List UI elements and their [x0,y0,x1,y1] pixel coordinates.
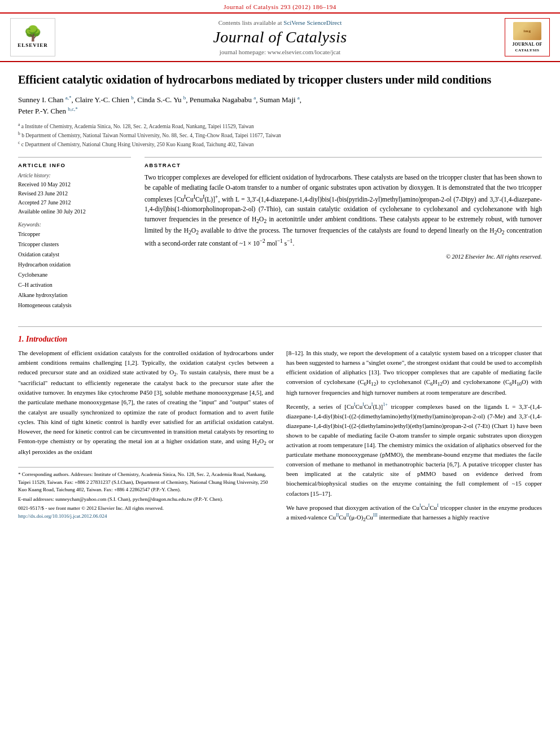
affiliation-a: a a Institute of Chemistry, Academia Sin… [18,121,542,130]
journal-title: Journal of Catalysis [55,28,505,46]
right-paragraph-2: Recently, a series of [CuICuICuI(L)]1+ t… [286,401,542,498]
contents-line: Contents lists available at SciVerse Sci… [55,19,505,26]
introduction-heading: 1. Introduction [18,335,542,344]
intro-paragraph-1: The development of efficient oxidation c… [18,348,274,457]
affiliations: a a Institute of Chemistry, Academia Sin… [18,121,542,149]
body-columns: The development of efficient oxidation c… [18,348,542,527]
history-online: Available online 30 July 2012 [18,207,131,216]
journal-logo-box: img JOURNAL OF CATALYSIS [505,18,550,56]
logo-title-line1: JOURNAL OF [512,42,542,47]
footnote-corresponding: * Corresponding authors. Addresses: Inst… [18,471,274,494]
section-number: 1. [18,335,24,343]
keyword-8: Homogeneous catalysis [18,300,131,311]
history-label: Article history: [18,173,131,178]
elsevier-text: ELSEVIER [18,42,48,48]
doi-link[interactable]: http://dx.doi.org/10.1016/j.jcat.2012.06… [18,513,107,519]
abstract-label: ABSTRACT [145,162,542,168]
journal-cover-image: img [513,22,541,40]
abstract-column: ABSTRACT Two tricopper complexes are dev… [145,157,542,316]
sciverse-link[interactable]: SciVerse ScienceDirect [283,19,342,26]
right-paragraph-3: We have proposed that dioxygen activatio… [286,503,542,524]
footnotes-section: * Corresponding authors. Addresses: Inst… [18,467,274,520]
article-info-column: ARTICLE INFO Article history: Received 1… [18,157,131,316]
article-title: Efficient catalytic oxidation of hydroca… [18,72,542,88]
page: Journal of Catalysis 293 (2012) 186–194 … [0,0,560,747]
keywords-group: Keywords: Tricopper Tricopper clusters O… [18,222,131,311]
homepage-line: journal homepage: www.elsevier.com/locat… [55,49,505,55]
doi-text: http://dx.doi.org/10.1016/j.jcat.2012.06… [18,513,274,521]
elsevier-logo: 🌳 ELSEVIER [10,18,55,56]
info-abstract-columns: ARTICLE INFO Article history: Received 1… [18,157,542,316]
section-divider [18,326,542,327]
keyword-6: C–H activation [18,280,131,290]
body-left-col: The development of efficient oxidation c… [18,348,274,527]
keyword-4: Hydrocarbon oxidation [18,260,131,270]
right-paragraph-1: [8–12]. In this study, we report the dev… [286,348,542,398]
abstract-copyright: © 2012 Elsevier Inc. All rights reserved… [145,254,542,260]
keywords-label: Keywords: [18,222,131,228]
affiliation-b: b b Department of Chemistry, National Ta… [18,130,542,139]
keyword-2: Tricopper clusters [18,239,131,250]
elsevier-tree-icon: 🌳 [24,27,42,41]
article-body: Efficient catalytic oxidation of hydroca… [0,62,560,538]
keyword-3: Oxidation catalyst [18,250,131,260]
history-accepted: Accepted 27 June 2012 [18,198,131,207]
keywords-list: Tricopper Tricopper clusters Oxidation c… [18,229,131,311]
keyword-1: Tricopper [18,229,131,239]
journal-info-text: Journal of Catalysis 293 (2012) 186–194 [224,3,336,10]
journal-info-bar: Journal of Catalysis 293 (2012) 186–194 [0,0,560,14]
history-received: Received 10 May 2012 [18,180,131,189]
article-info-label: ARTICLE INFO [18,162,131,168]
logo-title-line2: CATALYSIS [515,48,540,53]
issn-text: 0021-9517/$ - see front matter © 2012 El… [18,505,274,513]
article-history-group: Article history: Received 10 May 2012 Re… [18,173,131,216]
authors-line: Sunney I. Chan a,*, Claire Y.-C. Chien b… [18,94,542,117]
body-right-col: [8–12]. In this study, we report the dev… [286,348,542,527]
header-center: Contents lists available at SciVerse Sci… [55,19,505,55]
section-title: Introduction [26,335,67,343]
keyword-7: Alkane hydroxylation [18,290,131,300]
keyword-5: Cyclohexane [18,270,131,280]
journal-header: 🌳 ELSEVIER Contents lists available at S… [0,14,560,62]
history-revised: Revised 23 June 2012 [18,189,131,198]
footnote-email: E-mail addresses: sunneychan@yahoo.com (… [18,496,274,504]
affiliation-c: c c Department of Chemistry, National Ch… [18,139,542,148]
abstract-text: Two tricopper complexes are developed fo… [145,173,542,249]
